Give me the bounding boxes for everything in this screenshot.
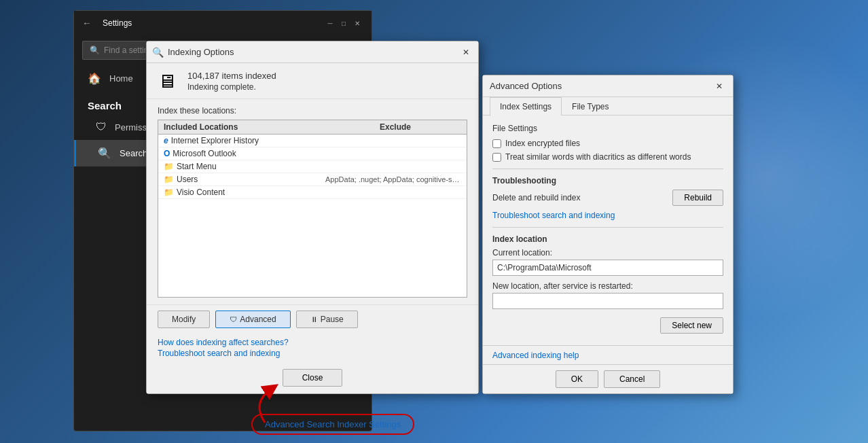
close-main-button[interactable]: Close bbox=[283, 369, 343, 387]
location-visio: Visio Content bbox=[177, 188, 380, 197]
home-label: Home bbox=[109, 73, 133, 84]
troubleshoot-title: Troubleshooting bbox=[492, 176, 723, 185]
settings-close-button[interactable]: ✕ bbox=[351, 17, 363, 29]
indexing-footer-buttons: Modify 🛡 Advanced ⏸ Pause bbox=[147, 304, 478, 334]
location-ie: Internet Explorer History bbox=[171, 136, 380, 145]
items-count: 104,187 items indexed bbox=[187, 71, 467, 81]
window-controls: ─ □ ✕ bbox=[324, 17, 363, 29]
settings-titlebar: ← Settings ─ □ ✕ bbox=[74, 11, 372, 35]
table-row[interactable]: 📁 Visio Content bbox=[158, 186, 467, 199]
indexing-header-info: 104,187 items indexed Indexing complete. bbox=[187, 71, 467, 92]
startmenu-folder-icon: 📁 bbox=[164, 162, 174, 171]
table-row[interactable]: 📁 Start Menu bbox=[158, 160, 467, 173]
visio-folder-icon: 📁 bbox=[164, 188, 174, 197]
advanced-help-row: Advanced indexing help bbox=[483, 345, 733, 364]
encrypt-label: Index encrypted files bbox=[505, 139, 580, 148]
troubleshoot-search-link[interactable]: Troubleshoot search and indexing bbox=[492, 211, 615, 220]
select-new-row: Select new bbox=[492, 317, 723, 334]
diacritics-label: Treat similar words with diacritics as d… bbox=[505, 152, 691, 162]
index-location-title: Index location bbox=[492, 234, 723, 244]
advanced-body: File Settings Index encrypted files Trea… bbox=[483, 116, 733, 345]
modify-button[interactable]: Modify bbox=[158, 311, 210, 328]
advanced-options-dialog: Advanced Options ✕ Index Settings File T… bbox=[482, 75, 734, 394]
current-location-label: Current location: bbox=[492, 248, 723, 258]
indexing-title-text: Indexing Options bbox=[168, 47, 459, 57]
indexing-links: How does indexing affect searches? Troub… bbox=[147, 334, 478, 364]
tab-index-settings[interactable]: Index Settings bbox=[490, 97, 562, 116]
location-outlook: Microsoft Outlook bbox=[173, 149, 380, 158]
troubleshooting-section: Troubleshooting Delete and rebuild index… bbox=[492, 176, 723, 220]
how-indexing-link[interactable]: How does indexing affect searches? bbox=[158, 338, 467, 347]
indexing-titlebar: 🔍 Indexing Options ✕ bbox=[147, 41, 478, 63]
advanced-close-button[interactable]: ✕ bbox=[712, 79, 726, 93]
minimize-button[interactable]: ─ bbox=[324, 17, 336, 29]
indexing-options-dialog: 🔍 Indexing Options ✕ 🖥 104,187 items ind… bbox=[146, 41, 479, 394]
home-icon: 🏠 bbox=[88, 72, 101, 85]
indexing-header-icon: 🖥 bbox=[158, 70, 179, 92]
advanced-shield-icon: 🛡 bbox=[230, 315, 237, 323]
troubleshoot-link[interactable]: Troubleshoot search and indexing bbox=[158, 349, 467, 358]
table-row[interactable]: 📁 Users AppData; .nuget; AppData; cognit… bbox=[158, 173, 467, 186]
advanced-title: Advanced Options bbox=[490, 81, 712, 91]
diacritics-checkbox-row[interactable]: Treat similar words with diacritics as d… bbox=[492, 152, 723, 162]
advanced-tabs: Index Settings File Types bbox=[483, 97, 733, 116]
locations-table: Included Locations Exclude e Internet Ex… bbox=[158, 120, 467, 298]
location-users: Users bbox=[177, 175, 325, 184]
indexing-close-button[interactable]: ✕ bbox=[459, 46, 473, 59]
ie-icon: e bbox=[164, 136, 168, 145]
table-header: Included Locations Exclude bbox=[158, 120, 467, 135]
new-location-label: New location, after service is restarted… bbox=[492, 281, 723, 291]
advanced-titlebar: Advanced Options ✕ bbox=[483, 75, 733, 97]
users-folder-icon: 📁 bbox=[164, 175, 174, 184]
divider-1 bbox=[492, 169, 723, 169]
tab-file-types[interactable]: File Types bbox=[562, 97, 619, 116]
indexing-title-icon: 🔍 bbox=[152, 47, 164, 58]
advanced-ok-button[interactable]: OK bbox=[556, 370, 598, 388]
delete-rebuild-label: Delete and rebuild index bbox=[492, 193, 580, 202]
indexing-status: Indexing complete. bbox=[187, 82, 467, 92]
col-included-header: Included Locations bbox=[164, 122, 380, 132]
select-new-button[interactable]: Select new bbox=[660, 317, 723, 334]
diacritics-checkbox[interactable] bbox=[492, 153, 501, 162]
table-row[interactable]: O Microsoft Outlook bbox=[158, 147, 467, 160]
permissions-icon: 🛡 bbox=[96, 121, 107, 133]
encrypt-checkbox-row[interactable]: Index encrypted files bbox=[492, 139, 723, 148]
table-row[interactable]: e Internet Explorer History bbox=[158, 135, 467, 147]
divider-2 bbox=[492, 227, 723, 228]
index-locations-label: Index these locations: bbox=[158, 106, 467, 116]
indexing-close-area: Close bbox=[147, 364, 478, 393]
settings-title: Settings bbox=[103, 18, 324, 28]
file-settings-title: File Settings bbox=[492, 124, 723, 133]
pause-icon: ⏸ bbox=[310, 315, 318, 323]
index-location-section: Index location Current location: New loc… bbox=[492, 234, 723, 334]
current-location-input[interactable] bbox=[492, 260, 723, 276]
back-icon[interactable]: ← bbox=[82, 18, 92, 29]
searching-icon: 🔍 bbox=[98, 147, 111, 160]
encrypt-checkbox[interactable] bbox=[492, 139, 501, 148]
location-startmenu: Start Menu bbox=[177, 162, 380, 171]
advanced-cancel-button[interactable]: Cancel bbox=[604, 370, 660, 388]
advanced-footer: OK Cancel bbox=[483, 364, 733, 393]
advanced-button[interactable]: 🛡 Advanced bbox=[215, 311, 290, 328]
advanced-indexing-help-link[interactable]: Advanced indexing help bbox=[492, 351, 579, 360]
col-exclude-header: Exclude bbox=[380, 122, 461, 132]
rebuild-row: Delete and rebuild index Rebuild bbox=[492, 190, 723, 206]
rebuild-button[interactable]: Rebuild bbox=[672, 190, 723, 206]
outlook-icon: O bbox=[164, 149, 170, 158]
search-icon: 🔍 bbox=[90, 46, 100, 55]
indexing-header: 🖥 104,187 items indexed Indexing complet… bbox=[147, 63, 478, 99]
exclude-users: AppData; .nuget; AppData; cognitive-serv… bbox=[325, 175, 461, 183]
indexing-body: Index these locations: Included Location… bbox=[147, 99, 478, 304]
pause-button[interactable]: ⏸ Pause bbox=[296, 311, 358, 328]
maximize-button[interactable]: □ bbox=[338, 17, 350, 29]
new-location-input[interactable] bbox=[492, 293, 723, 309]
